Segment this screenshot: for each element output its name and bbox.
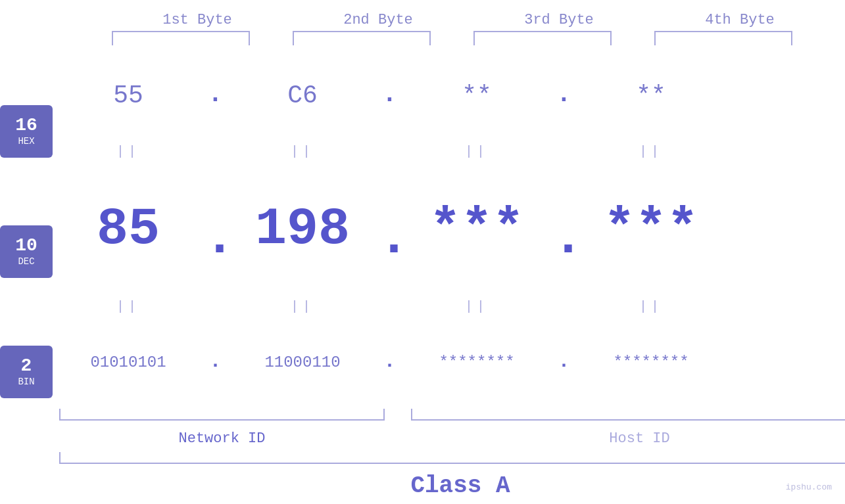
bin-dot-1: . — [204, 350, 227, 375]
id-labels: Network ID Host ID — [53, 427, 845, 451]
bin-val-3: ******** — [401, 354, 552, 371]
outer-bracket-row — [53, 452, 845, 468]
bin-row: 01010101 . 11000110 . ******** . *******… — [53, 319, 845, 406]
bin-dot-3: . — [552, 350, 575, 375]
hex-badge: 16 HEX — [0, 105, 53, 158]
dec-val-1: 85 — [53, 199, 204, 259]
class-row: Class A — [53, 468, 845, 504]
hex-row: 55 . C6 . ** . ** — [53, 52, 845, 139]
byte-header-3: 3rd Byte — [469, 12, 650, 28]
hex-dot-3: . — [552, 80, 575, 112]
top-bracket-2 — [293, 31, 431, 45]
hex-val-4: ** — [575, 81, 727, 110]
sep-1-4: || — [575, 144, 727, 159]
bin-dot-2: . — [378, 350, 401, 375]
host-bracket — [411, 409, 845, 421]
dec-badge: 10 DEC — [0, 225, 53, 278]
bottom-brackets — [53, 409, 845, 427]
bin-val-1: 01010101 — [53, 354, 204, 371]
hex-val-1: 55 — [53, 81, 204, 110]
hex-val-2: C6 — [227, 81, 378, 110]
dec-row: 85 . 198 . *** . *** — [53, 163, 845, 294]
bin-val-2: 11000110 — [227, 354, 378, 371]
dec-val-3: *** — [401, 199, 552, 259]
byte-header-4: 4th Byte — [650, 12, 831, 28]
host-id-label: Host ID — [411, 430, 845, 447]
network-bracket — [59, 409, 385, 421]
sep-2-1: || — [53, 299, 204, 314]
hex-dot-2: . — [378, 80, 401, 112]
sep-2-2: || — [227, 299, 378, 314]
dec-dot-3: . — [552, 193, 575, 265]
byte-header-2: 2nd Byte — [288, 12, 469, 28]
top-bracket-1 — [112, 31, 250, 45]
sep-1-1: || — [53, 144, 204, 159]
watermark: ipshu.com — [786, 482, 832, 492]
hex-dot-1: . — [204, 80, 227, 112]
data-grid: 55 . C6 . ** . ** || || || || 85 — [53, 52, 845, 504]
byte-headers: 1st Byte 2nd Byte 3rd Byte 4th Byte — [0, 0, 845, 28]
dec-val-4: *** — [575, 199, 727, 259]
sep-1-3: || — [401, 144, 552, 159]
dec-dot-1: . — [204, 193, 227, 265]
dec-dot-2: . — [378, 193, 401, 265]
bin-badge: 2 BIN — [0, 346, 53, 398]
outer-bracket — [59, 452, 845, 464]
sep-2: || || || || — [53, 295, 845, 319]
top-bracket-3 — [473, 31, 612, 45]
sep-1: || || || || — [53, 139, 845, 163]
byte-header-1: 1st Byte — [107, 12, 288, 28]
network-id-label: Network ID — [59, 430, 385, 447]
sep-2-4: || — [575, 299, 727, 314]
top-bracket-4 — [654, 31, 792, 45]
class-label: Class A — [410, 472, 510, 499]
bin-val-4: ******** — [575, 354, 727, 371]
labels-column: 16 HEX 10 DEC 2 BIN — [0, 52, 53, 504]
hex-val-3: ** — [401, 81, 552, 110]
main-container: 1st Byte 2nd Byte 3rd Byte 4th Byte 16 H… — [0, 0, 845, 504]
dec-val-2: 198 — [227, 199, 378, 259]
sep-1-2: || — [227, 144, 378, 159]
sep-2-3: || — [401, 299, 552, 314]
